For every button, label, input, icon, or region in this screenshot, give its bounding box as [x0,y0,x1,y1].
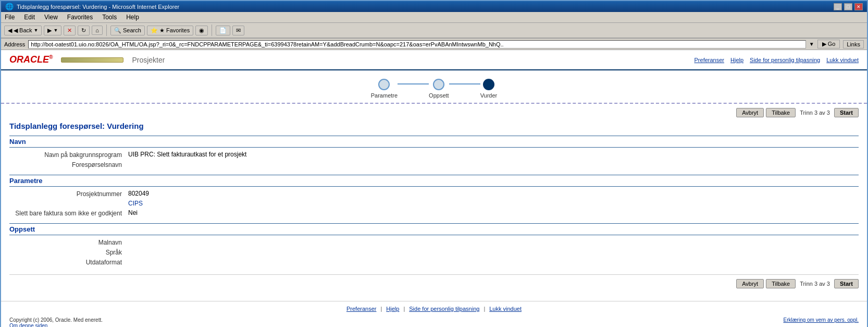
back-button[interactable]: ◀ ◀ Back ▼ [4,26,42,35]
step-oppsett: Oppsett [429,79,449,99]
section-parametre: Parametre Prosjektnummer 802049 CIPS Sle… [9,175,859,217]
menu-edit[interactable]: Edit [22,13,36,21]
menu-view[interactable]: View [43,13,59,21]
history-button[interactable]: 📄 [216,26,230,35]
menu-favorites[interactable]: Favorites [66,13,94,21]
form-row-slett-faktura: Slett bare faktura som ikke er godkjent … [9,209,859,217]
action-bar-top: Avbryt Tilbake Trinn 3 av 3 Start [9,108,859,117]
main-content: ORACLE® Prosjekter Preferanser Hjelp Sid… [1,50,867,327]
step-vurder: Vurder [480,79,498,99]
form-label-bakgrunnsprogram: Navn på bakgrunnsprogram [14,151,128,159]
links-button[interactable]: Links [843,40,864,49]
menu-file[interactable]: File [3,13,16,21]
footer-link-hjelp[interactable]: Hjelp [386,306,399,312]
header-link-side-personlig[interactable]: Side for personlig tilpasning [750,57,820,63]
footer-sep-2: | [403,306,405,312]
back-button-bottom[interactable]: Tilbake [766,279,796,288]
form-label-sprak: Språk [14,248,128,256]
section-header-parametre: Parametre [9,175,859,187]
favorites-label: ★ Favorites [159,27,190,34]
footer-link-lukk-vinduet[interactable]: Lukk vinduet [489,306,522,312]
toolbar: ◀ ◀ Back ▼ ▶ ▼ ✕ ↻ ⌂ 🔍 Search ⭐ ★ Favori… [1,23,867,39]
address-dropdown-icon[interactable]: ▼ [809,41,814,47]
home-icon: ⌂ [95,27,99,33]
step-parametre: Parametre [371,79,398,99]
stop-button[interactable]: ✕ [64,26,76,35]
address-bar: Address ▼ ▶ Go Links [1,39,867,50]
forward-icon: ▶ [47,27,52,34]
oracle-wordmark: ORACLE® [9,54,53,65]
om-siden-link[interactable]: Om denne siden [9,323,47,327]
header-link-hjelp[interactable]: Hjelp [730,57,743,63]
go-button[interactable]: ▶ Go [817,40,840,49]
form-row-cips: CIPS [9,200,859,207]
section-header-oppsett: Oppsett [9,223,859,235]
cancel-button-top[interactable]: Avbryt [736,108,764,117]
start-button-top[interactable]: Start [834,108,859,117]
oracle-progress-bar [61,57,123,63]
footer-link-preferanser[interactable]: Preferanser [346,306,376,312]
close-button[interactable]: ✕ [854,3,863,10]
app-title: Prosjekter [132,56,165,64]
refresh-icon: ↻ [81,27,86,34]
header-link-preferanser[interactable]: Preferanser [695,57,724,63]
header-link-lukk-vinduet[interactable]: Lukk vinduet [826,57,859,63]
section-title-navn: Navn [9,138,26,146]
menu-bar: File Edit View Favorites Tools Help [1,12,867,23]
address-input[interactable] [28,40,805,49]
forward-dropdown-icon: ▼ [53,28,58,33]
go-arrow-icon: ▶ [822,41,826,47]
title-bar: 🌐 Tidsplanlegg forespørsel: Vurdering - … [1,1,867,12]
copyright-left: Copyright (c) 2006, Oracle. Med enerett.… [9,317,103,327]
back-icon: ◀ [8,27,12,34]
form-label-cips [14,200,128,200]
form-row-bakgrunnsprogram: Navn på bakgrunnsprogram UIB PRC: Slett … [9,151,859,159]
step-line-2 [449,83,480,84]
footer-sep-3: | [483,306,485,312]
oracle-logo: ORACLE® Prosjekter [9,54,165,65]
search-button[interactable]: 🔍 Search [110,26,145,35]
cancel-button-bottom[interactable]: Avbryt [736,279,764,288]
section-header-navn: Navn [9,136,859,148]
form-label-foresporselsnavn: Forespørselsnavn [14,161,128,168]
action-bar-bottom: Avbryt Tilbake Trinn 3 av 3 Start [9,274,859,288]
oracle-reg-symbol: ® [49,54,53,60]
page-content: Avbryt Tilbake Trinn 3 av 3 Start Tidspl… [1,104,867,297]
start-button-bottom[interactable]: Start [834,279,859,288]
browser-window: 🌐 Tidsplanlegg forespørsel: Vurdering - … [0,0,868,327]
window-title: Tidsplanlegg forespørsel: Vurdering - Mi… [17,4,179,10]
menu-help[interactable]: Help [125,13,141,21]
refresh-button[interactable]: ↻ [78,26,90,35]
form-value-prosjektnummer: 802049 [128,190,149,197]
step-circle-vurder [483,79,494,90]
mail-icon: ✉ [236,27,241,34]
menu-tools[interactable]: Tools [101,13,118,21]
footer-link-side-personlig[interactable]: Side for personlig tilpasning [409,306,479,312]
form-value-slett-faktura: Nei [128,209,138,216]
back-label: ◀ Back [14,27,32,34]
forward-button[interactable]: ▶ ▼ [44,26,61,35]
go-label: Go [828,41,836,47]
home-button[interactable]: ⌂ [92,26,103,35]
erklaering-link[interactable]: Erklæring om vern av pers. oppl. [783,317,859,327]
step-container-oppsett: Oppsett [429,79,480,99]
title-bar-controls: _ □ ✕ [834,3,863,10]
stop-icon: ✕ [67,27,72,34]
step-indicator-bottom: Trinn 3 av 3 [798,281,832,287]
step-indicator-top: Trinn 3 av 3 [798,110,832,116]
media-button[interactable]: ◉ [195,26,208,35]
search-icon: 🔍 [114,27,121,34]
step-container-parametre: Parametre [371,79,429,99]
maximize-button[interactable]: □ [844,3,852,10]
back-button-top[interactable]: Tilbake [766,108,796,117]
form-row-utdataformat: Utdataformat [9,258,859,266]
oracle-text-label: ORACLE [9,54,49,65]
step-label-vurder: Vurder [480,92,498,99]
step-container-vurder: Vurder [480,79,498,99]
form-row-prosjektnummer: Prosjektnummer 802049 [9,190,859,198]
minimize-button[interactable]: _ [834,3,842,10]
favorites-button[interactable]: ⭐ ★ Favorites [147,26,193,35]
form-row-malnavn: Malnavn [9,238,859,246]
mail-button[interactable]: ✉ [232,26,244,35]
title-bar-left: 🌐 Tidsplanlegg forespørsel: Vurdering - … [5,3,179,10]
